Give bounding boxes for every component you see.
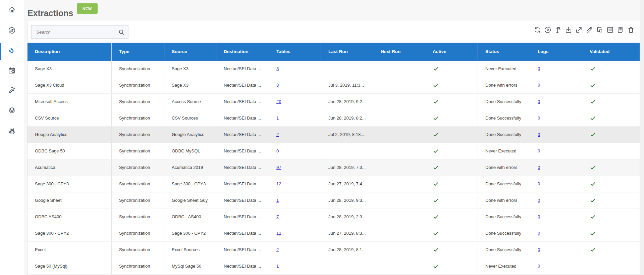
grid-icon[interactable] — [606, 26, 614, 34]
cell-validated — [582, 94, 640, 110]
table-row[interactable]: Sage X3 CloudSynchronizationSage X3Necta… — [28, 77, 640, 94]
cell-tables-link[interactable]: 97 — [276, 165, 281, 170]
table-row[interactable]: CSV SourceSynchronizationCSV SourcesNect… — [28, 110, 640, 127]
cell-logs-link[interactable]: 0 — [538, 116, 540, 121]
column-header-description[interactable]: Description — [28, 43, 112, 61]
cell-description: Sage X3 — [28, 61, 112, 77]
cell-last-run: Jun 28, 2019, 8:1... — [321, 242, 373, 258]
column-header-destination[interactable]: Destination — [216, 43, 269, 61]
cell-logs-link[interactable]: 0 — [538, 231, 540, 236]
cell-logs-link[interactable]: 0 — [538, 165, 540, 170]
search-icon[interactable] — [117, 28, 125, 36]
cell-tables-link[interactable]: 2 — [276, 132, 279, 137]
check-icon — [433, 132, 439, 137]
cell-logs-link[interactable]: 0 — [538, 181, 540, 186]
cell-last-run: Jun 28, 2019, 9:2... — [321, 94, 373, 110]
cell-logs-link[interactable]: 0 — [538, 66, 540, 71]
cell-validated — [582, 258, 640, 274]
copy-icon[interactable] — [595, 26, 604, 34]
table-row[interactable]: ODBC AS400SynchronizationODBC - AS400Nec… — [28, 209, 640, 225]
calendar-clock-icon[interactable] — [0, 63, 24, 78]
cell-last-run: Jun 27, 2019, 8:3... — [321, 225, 373, 241]
cell-logs-link[interactable]: 0 — [538, 247, 540, 252]
cell-tables-link[interactable]: 1 — [276, 198, 279, 203]
home-icon[interactable] — [0, 2, 24, 17]
cell-tables-link[interactable]: 3 — [276, 66, 279, 71]
cell-tables-link[interactable]: 12 — [276, 231, 281, 236]
check-icon — [590, 214, 596, 219]
table-row[interactable]: Microsoft AccessSynchronizationAccess So… — [28, 94, 640, 110]
cell-description: Sage 50 (MySql) — [28, 258, 112, 274]
column-header-logs[interactable]: Logs — [530, 43, 582, 61]
cell-tables-link[interactable]: 12 — [276, 181, 281, 186]
cell-type: Synchronization — [112, 192, 164, 209]
cell-active — [425, 77, 478, 93]
column-header-tables[interactable]: Tables — [269, 43, 321, 61]
column-header-source[interactable]: Source — [164, 43, 216, 61]
cell-tables: 2 — [269, 242, 321, 258]
cell-tables: 1 — [269, 110, 321, 126]
cell-active — [425, 258, 478, 274]
cell-tables-link[interactable]: 20 — [276, 99, 281, 104]
check-icon — [433, 264, 439, 269]
sliders-icon[interactable] — [0, 124, 24, 138]
cell-type: Synchronization — [112, 77, 164, 93]
column-header-status[interactable]: Status — [478, 43, 530, 61]
cell-tables: 1 — [269, 192, 321, 209]
check-icon — [590, 83, 596, 88]
cell-tables-link[interactable]: 1 — [276, 116, 279, 121]
cell-tables-link[interactable]: 0 — [276, 148, 279, 153]
cell-logs: 0 — [530, 176, 582, 192]
cell-tables-link[interactable]: 7 — [276, 214, 279, 219]
cell-logs-link[interactable]: 0 — [538, 198, 540, 203]
cell-next-run — [373, 143, 425, 159]
table-row[interactable]: Google AnalyticsSynchronizationGoogle An… — [28, 127, 640, 143]
run-icon[interactable] — [543, 26, 552, 34]
cell-logs-link[interactable]: 0 — [538, 214, 540, 219]
column-header-next-run[interactable]: Next Run — [373, 43, 425, 61]
layers-icon[interactable] — [0, 103, 24, 118]
search-input[interactable] — [32, 26, 128, 38]
table-row[interactable]: Sage 50 (MySql)SynchronizationMySql Sage… — [28, 258, 640, 275]
cell-tables: 3 — [269, 77, 321, 93]
cell-validated — [582, 61, 640, 77]
cell-logs-link[interactable]: 0 — [538, 83, 540, 88]
cell-status: Never Executed — [478, 61, 530, 77]
cell-active — [425, 225, 478, 241]
magic-wand-icon[interactable] — [0, 82, 24, 97]
cell-logs-link[interactable]: 0 — [538, 264, 540, 269]
delete-icon[interactable] — [627, 26, 635, 34]
table-row[interactable]: Google SheetSynchronizationGoogle Sheet … — [28, 192, 640, 209]
new-button[interactable]: NEW — [77, 3, 98, 14]
column-header-validated[interactable]: Validated — [582, 43, 640, 61]
download-icon[interactable] — [564, 26, 573, 34]
table-row[interactable]: ExcelSynchronizationExcel SourcesNectari… — [28, 242, 640, 258]
table-row[interactable]: Sage X3SynchronizationSage X3Nectari/SEI… — [28, 61, 640, 77]
cell-tables-link[interactable]: 1 — [276, 264, 279, 269]
table-row[interactable]: Sage 300 - CPY2SynchronizationSage 300 -… — [28, 225, 640, 242]
export-icon[interactable] — [575, 26, 583, 34]
column-header-type[interactable]: Type — [112, 43, 164, 61]
cell-logs: 0 — [530, 242, 582, 258]
table-row[interactable]: Sage 300 - CPY3SynchronizationSage 300 -… — [28, 176, 640, 192]
cell-tables: 97 — [269, 159, 321, 176]
sync-arrows-icon[interactable] — [0, 23, 24, 38]
cell-destination: Nectari/SEI Data ... — [216, 159, 269, 176]
log-icon[interactable] — [616, 26, 625, 34]
cell-tables: 2 — [269, 127, 321, 143]
refresh-icon[interactable] — [533, 26, 541, 34]
crane-icon[interactable] — [554, 26, 562, 34]
cell-logs-link[interactable]: 0 — [538, 99, 540, 104]
table-row[interactable]: AcumaticaSynchronizationAcumatica 2019Ne… — [28, 159, 640, 176]
vertical-scrollbar[interactable] — [640, 0, 644, 275]
magnet-icon[interactable] — [0, 44, 24, 58]
column-header-active[interactable]: Active — [425, 43, 478, 61]
column-header-last-run[interactable]: Last Run — [321, 43, 373, 61]
cell-status: Done Successfully — [478, 110, 530, 126]
edit-icon[interactable] — [585, 26, 593, 34]
cell-tables-link[interactable]: 2 — [276, 247, 279, 252]
cell-tables-link[interactable]: 3 — [276, 83, 279, 88]
cell-logs-link[interactable]: 0 — [538, 148, 540, 153]
cell-logs-link[interactable]: 0 — [538, 132, 540, 137]
table-row[interactable]: ODBC Sage 50SynchronizationODBC MySQLNec… — [28, 143, 640, 159]
